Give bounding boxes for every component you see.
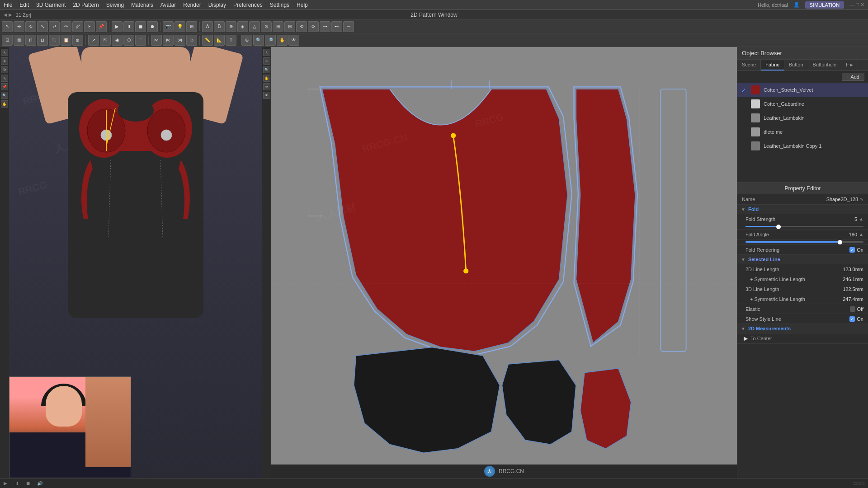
tool-pause[interactable]: ⏸ [123, 21, 134, 32]
pattern-canvas[interactable]: RRCG.CN 人人素材 RRCG [271, 47, 737, 478]
menu-display[interactable]: Display [208, 2, 226, 8]
tool2-delete[interactable]: 🗑 [72, 35, 83, 46]
lt-rotate[interactable]: ↻ [1, 66, 8, 73]
tool2-node[interactable]: ⬡ [123, 35, 134, 46]
tool-i[interactable]: ⟲ [296, 21, 307, 32]
tool2-point[interactable]: ◉ [112, 35, 123, 46]
tool-grid[interactable]: ⊞ [186, 21, 197, 32]
lt-pan[interactable]: ✋ [1, 100, 8, 108]
show-style-line-checkbox[interactable]: ✓ [849, 316, 855, 322]
view3d-viewport[interactable]: RRCG 人人素材 RRCG [9, 47, 262, 478]
menu-preferences[interactable]: Preferences [233, 2, 263, 8]
tool-pin[interactable]: 📌 [96, 21, 107, 32]
tool-rotate[interactable]: ↻ [25, 21, 36, 32]
fabric-item-3[interactable]: ✓ dlete me [737, 125, 868, 139]
fold-strength-slider[interactable] [737, 224, 868, 230]
tab-scene[interactable]: Scene [737, 60, 761, 70]
tool-c[interactable]: ⊕ [226, 21, 236, 32]
fabric-item-2[interactable]: ✓ Leather_Lambskin [737, 111, 868, 125]
tool2-split[interactable]: ⋉ [163, 35, 174, 46]
tool-record[interactable]: ⏺ [147, 21, 158, 32]
lt-zoom[interactable]: 🔍 [1, 92, 8, 99]
tool2-text[interactable]: T [226, 35, 236, 46]
tool2-paste[interactable]: 📋 [61, 35, 71, 46]
prop-name-edit-icon[interactable]: ✎ [860, 197, 863, 202]
tool-b[interactable]: B [214, 21, 225, 32]
fold-section-header[interactable]: ▼ Fold [737, 205, 868, 214]
tool-cut[interactable]: ✂ [84, 21, 95, 32]
tool2-arrow[interactable]: ↗ [88, 35, 99, 46]
tool-stop[interactable]: ◼ [135, 21, 146, 32]
tool-e[interactable]: △ [249, 21, 260, 32]
tool-mirror[interactable]: ⇄ [49, 21, 60, 32]
tool2-seam[interactable]: ⋊ [175, 35, 185, 46]
elastic-checkbox[interactable] [850, 306, 855, 312]
lt-scale[interactable]: ⤡ [1, 75, 8, 82]
tab-fabric[interactable]: Fabric [761, 60, 784, 70]
tab-button[interactable]: Button [784, 60, 808, 70]
fold-strength-thumb[interactable] [776, 225, 781, 229]
tool-sim[interactable]: ▶ [112, 21, 123, 32]
tool2-zoom-in[interactable]: 🔍 [253, 35, 264, 46]
menu-render[interactable]: Render [183, 2, 201, 8]
lt-move[interactable]: ✛ [1, 57, 8, 65]
tool2-copy[interactable]: ⿻ [49, 35, 60, 46]
tool2-zoom-out[interactable]: 🔎 [265, 35, 276, 46]
tool2-pan[interactable]: ✋ [277, 35, 288, 46]
tab-buttonhole[interactable]: Buttonhole [808, 60, 842, 70]
menu-edit[interactable]: Edit [19, 2, 29, 8]
menu-3dgarment[interactable]: 3D Garment [36, 2, 66, 8]
tool-draw[interactable]: ✏ [61, 21, 71, 32]
tool2-weld[interactable]: ⋈ [151, 35, 162, 46]
tool-select[interactable]: ↖ [2, 21, 13, 32]
status-play[interactable]: ▶ [4, 481, 7, 486]
fabric-item-0[interactable]: ✓ Cotton_Stretch_Velvet [737, 83, 868, 97]
tool-scale[interactable]: ⤡ [37, 21, 48, 32]
fold-angle-thumb[interactable] [838, 240, 842, 244]
fold-strength-edit[interactable]: ▲ [859, 216, 863, 221]
rt-draw[interactable]: ✏ [263, 83, 270, 90]
right-panel-2d[interactable]: ↖ ✛ 🔍 ✋ ✏ 👁 RRCG.CN 人人素材 RRCG [262, 47, 737, 478]
fold-angle-edit[interactable]: ▲ [859, 232, 863, 237]
rt-select[interactable]: ↖ [263, 49, 270, 56]
fabric-item-4[interactable]: ✓ Leather_Lambskin Copy 1 [737, 139, 868, 153]
tool-f[interactable]: ⊙ [261, 21, 272, 32]
fold-angle-slider[interactable] [737, 239, 868, 245]
menu-settings[interactable]: Settings [270, 2, 289, 8]
tool-light[interactable]: 💡 [175, 21, 185, 32]
fold-rendering-checkbox[interactable]: ✓ [849, 247, 855, 253]
selected-line-section-header[interactable]: ▼ Selected Line [737, 255, 868, 264]
tool2-meas[interactable]: 📏 [202, 35, 213, 46]
tool2-curve[interactable]: ⌒ [135, 35, 146, 46]
fabric-item-1[interactable]: ✓ Cotton_Gabardine [737, 97, 868, 111]
status-pause[interactable]: ⏸ [14, 481, 19, 486]
to-center-subsection[interactable]: ▶ To Center [737, 333, 868, 344]
lt-select[interactable]: ↖ [1, 49, 8, 56]
nav-arrows[interactable]: ◀ ▶ [4, 12, 12, 17]
add-fabric-button[interactable]: + Add [842, 73, 864, 81]
rt-view[interactable]: 👁 [263, 92, 270, 99]
tool-pen[interactable]: 🖊 [72, 21, 83, 32]
status-stop[interactable]: ◼ [26, 481, 30, 486]
tool2-deselect[interactable]: ⊠ [14, 35, 24, 46]
menu-file[interactable]: File [4, 2, 12, 8]
menu-materials[interactable]: Materials [131, 2, 153, 8]
tool2-view[interactable]: 👁 [288, 35, 299, 46]
menu-help[interactable]: Help [297, 2, 308, 8]
tool-l[interactable]: ⊷ [331, 21, 342, 32]
2d-measurements-header[interactable]: ▼ 2D Measurements [737, 324, 868, 333]
tool2-select-all[interactable]: ⊡ [2, 35, 13, 46]
tool-a[interactable]: A [202, 21, 213, 32]
tool2-ungroup[interactable]: ⊔ [37, 35, 48, 46]
menu-avatar[interactable]: Avatar [160, 2, 176, 8]
menu-sewing[interactable]: Sewing [106, 2, 124, 8]
tab-more[interactable]: F ▸ [841, 60, 858, 70]
tool-move[interactable]: ✛ [14, 21, 24, 32]
lt-pin[interactable]: 📌 [1, 83, 8, 90]
rt-move[interactable]: ✛ [263, 57, 270, 65]
tool-h[interactable]: ⊟ [284, 21, 295, 32]
tool2-move2[interactable]: ⇱ [100, 35, 111, 46]
tool2-group[interactable]: ⊓ [25, 35, 36, 46]
tool-j[interactable]: ⟳ [308, 21, 319, 32]
tool-camera[interactable]: 📷 [163, 21, 174, 32]
